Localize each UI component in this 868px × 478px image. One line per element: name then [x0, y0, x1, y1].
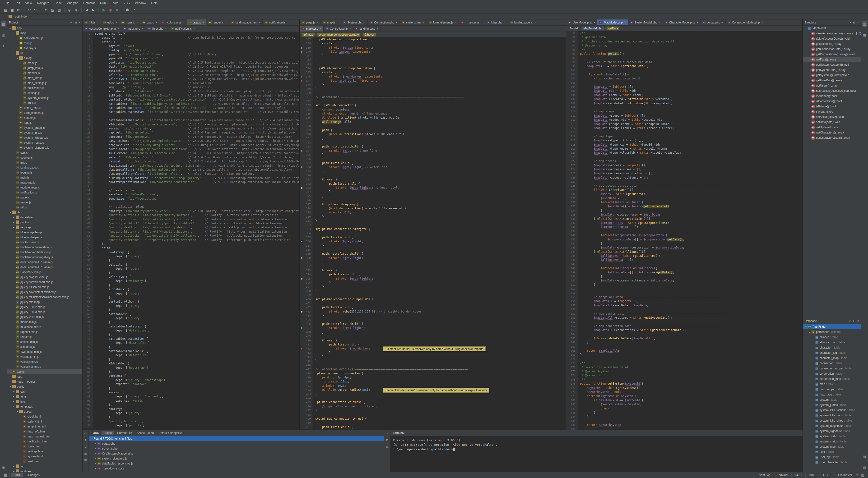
code-line[interactable]: 26 bootbox: 'lib/bootbox.min', // v4.4.0… — [83, 135, 299, 139]
tab-close-icon[interactable]: × — [504, 21, 506, 24]
code-line[interactable]: 96 deps: ['pnotify'] — [83, 423, 299, 427]
database-item[interactable]: ▦map_type: table — [803, 392, 861, 397]
tree-item[interactable]: JSccp.js — [7, 150, 82, 155]
code-line[interactable]: 128 // get access object data ----------… — [566, 184, 802, 188]
code-line[interactable]: 6 jquery: 'lib/jquery-1.11.3.min', // v1… — [83, 53, 299, 57]
debug-icon[interactable]: ◉ — [107, 7, 113, 13]
code-line[interactable]: 107 $mapData->created = strtotime($this-… — [566, 97, 802, 101]
tree-item[interactable]: JSsystem_route.js — [7, 140, 82, 145]
tree-item[interactable]: JSutil.js — [7, 205, 82, 210]
project-toolwindow-button[interactable]: ▤ — [1, 21, 6, 27]
code-line[interactable]: 127 — [566, 180, 802, 184]
tree-item[interactable]: Hroute.html — [7, 444, 82, 449]
tree-item[interactable]: JSEasePack.min.js — [7, 269, 82, 275]
code-line[interactable]: 117 $mapData->type = (object) []; — [566, 138, 802, 142]
tab-close-icon[interactable]: × — [116, 21, 117, 24]
code-line[interactable]: 424 — [300, 396, 566, 400]
structure-toolbar-icon-2[interactable]: × — [857, 21, 859, 24]
tab-close-icon[interactable]: × — [624, 21, 626, 24]
tree-item[interactable]: JSnotification.js — [7, 85, 82, 90]
code-line[interactable]: 168 return $mapDataAll; — [566, 349, 802, 353]
chevron-collapsed-icon[interactable]: ▸ — [8, 380, 12, 383]
tree-item[interactable]: JSmap_settings.js — [7, 81, 82, 85]
chevron-collapsed-icon[interactable]: ▸ — [94, 467, 97, 470]
code-line[interactable]: 152 } — [566, 283, 802, 287]
code-line[interactable]: 362 — [300, 140, 566, 145]
database-item[interactable]: ▦system_signature: table — [803, 428, 861, 434]
chevron-collapsed-icon[interactable]: ▸ — [94, 442, 97, 445]
structure-item[interactable]: mdelete(accessObject): void — [803, 36, 861, 41]
editor-tab[interactable]: JSinit.js× — [83, 20, 101, 25]
tree-item[interactable]: JSjquery.easypiechart.min.js — [7, 280, 82, 285]
tree-item[interactable]: ▸form — [7, 464, 82, 469]
menu-code[interactable]: Code — [52, 0, 64, 5]
editor-tab[interactable]: PConnectionModel.php× — [726, 20, 765, 25]
code-line[interactable]: 57 velocity: { — [83, 263, 299, 267]
tree-item[interactable]: JSnotification.js — [7, 190, 82, 195]
code-line[interactable]: 352 — [300, 99, 566, 103]
chevron-expanded-icon[interactable]: ▾ — [16, 57, 19, 59]
code-line[interactable]: 342} — [300, 58, 566, 62]
tree-item[interactable]: JSjquery.dragToSelect.js — [7, 275, 82, 280]
database-item[interactable]: ▦user: table — [803, 449, 861, 454]
code-line[interactable]: 20 datatablesResponsive: 'lib/datatables… — [83, 110, 299, 114]
structure-item[interactable]: mgetSystemData(): array — [803, 67, 861, 72]
tree-item[interactable]: JSlogging.js — [7, 170, 82, 175]
copy-icon[interactable]: ▨ — [50, 7, 56, 13]
tree-item[interactable]: ▾public — [7, 384, 82, 389]
tree-item[interactable]: JSapp.js — [7, 369, 82, 374]
project-toolbar-icon-0[interactable]: ⟳ — [70, 21, 72, 24]
code-line[interactable]: 97 — [566, 56, 802, 60]
todo-item[interactable]: ▸JSsystem_signature.js — [89, 456, 384, 461]
chevron-collapsed-icon[interactable]: ▸ — [94, 462, 97, 465]
code-line[interactable]: 30 fullScreen: 'lib/jquery.fullscreen.mi… — [83, 151, 299, 155]
database-item[interactable]: ▦system_kills_pods: table — [803, 413, 861, 418]
tree-item[interactable]: JStrust.js — [7, 100, 82, 105]
code-line[interactable]: 102 // no cached map data found — [566, 76, 802, 81]
code-line[interactable]: 68 }, — [83, 308, 299, 312]
tab-close-icon[interactable]: × — [165, 27, 167, 30]
database-item[interactable]: ▦character_log: table — [803, 350, 861, 355]
code-line[interactable]: 423} — [300, 392, 566, 396]
paste-icon[interactable]: ▧ — [56, 7, 62, 13]
changes-button[interactable]: Changes — [26, 473, 41, 477]
todo-item[interactable]: ▸JSdataTables.responsive.js — [89, 461, 384, 466]
chevron-expanded-icon[interactable]: ▾ — [804, 27, 808, 30]
code-line[interactable]: 407 stroke: $teal-lighter; — [300, 326, 566, 330]
code-line[interactable]: 24 morris: 'lib/morris.min', // v0.5.1 M… — [83, 127, 299, 131]
tree-item[interactable]: JSsystem_signature.js — [7, 145, 82, 150]
code-line[interactable]: 29 hoverIntent: 'lib/jquery.hoverIntent.… — [83, 147, 299, 151]
code-line[interactable]: 95 */ — [566, 48, 802, 52]
code-line[interactable]: 367 path:first-child { — [300, 161, 566, 165]
code-line[interactable]: 140 foreach($corporations as $corporatio… — [566, 233, 802, 237]
tree-item[interactable]: JSblueimp-helper.js — [7, 235, 82, 240]
code-line[interactable]: 78 datatablesTableTools: { — [83, 349, 299, 353]
todo-item[interactable]: ▾Found 7 TODO items in 4 files — [89, 436, 384, 441]
structure-toolwindow-button[interactable]: ◫ — [1, 32, 6, 37]
structure-item[interactable]: mgetConnectionData(): array — [803, 46, 861, 52]
code-line[interactable]: 82 deps: ['bootstrap'] — [83, 366, 299, 370]
run-icon[interactable]: ▶ — [101, 7, 107, 13]
database-item[interactable]: ▦system_jumps: table — [803, 402, 861, 408]
tree-item[interactable]: ▾templates — [7, 404, 82, 409]
tree-item[interactable]: JSdom.jsPlumb-1.7.2-min.js — [7, 260, 82, 265]
code-line[interactable]: 338 circle { — [300, 41, 566, 45]
code-line[interactable]: 166 } — [566, 341, 802, 345]
code-line[interactable]: 187} — [566, 427, 802, 430]
tree-item[interactable]: JSmorris.min.js — [7, 319, 82, 324]
tab-close-icon[interactable]: × — [534, 21, 536, 24]
tab-close-icon[interactable]: × — [396, 21, 398, 24]
code-line[interactable]: 430 — [300, 421, 566, 425]
code-line[interactable]: 425.pf-map-connection-wh-fresh { — [300, 400, 566, 404]
tree-item[interactable]: Hmap_manual.html — [7, 434, 82, 439]
code-area-left[interactable]: 1requirejs.config({2 baseUrl: 'js', // u… — [83, 32, 299, 429]
forward-icon[interactable]: ▶ — [90, 7, 96, 13]
database-item[interactable]: ▾DBPathFinder — [803, 324, 861, 329]
tree-item[interactable]: JSslidebars.js — [7, 344, 82, 349]
editor-tab[interactable]: PConnection.php× — [368, 20, 400, 25]
code-line[interactable]: 16 jsPlumb: 'lib/dom.jsPlumb-1.7.5-min',… — [83, 94, 299, 98]
database-item[interactable]: ▦character: table — [803, 345, 861, 350]
code-line[interactable]: 364 stroke: $gray; // inner line — [300, 149, 566, 153]
database-toolwindow-button[interactable]: ▦ — [862, 32, 867, 37]
code-line[interactable]: 136 } elseif($this->isCorporation()){ — [566, 217, 802, 221]
